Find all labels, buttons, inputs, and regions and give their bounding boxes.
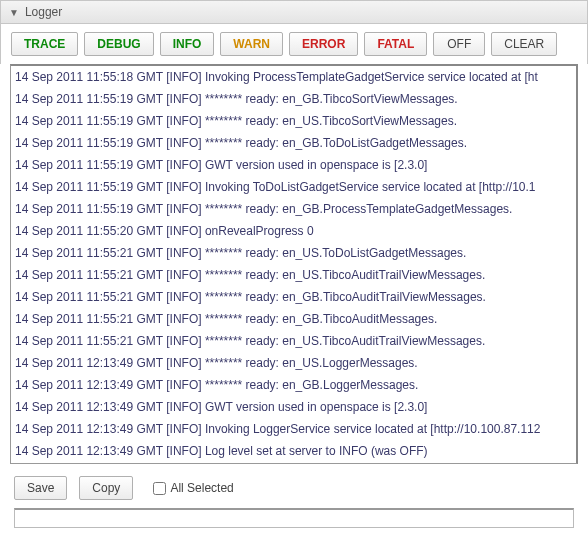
warn-button[interactable]: WARN bbox=[220, 32, 283, 56]
log-row[interactable]: 14 Sep 2011 11:55:19 GMT [INFO] ********… bbox=[11, 110, 576, 132]
log-row[interactable]: 14 Sep 2011 11:55:21 GMT [INFO] ********… bbox=[11, 330, 576, 352]
log-row[interactable]: 14 Sep 2011 12:13:49 GMT [INFO] ********… bbox=[11, 374, 576, 396]
log-row[interactable]: 14 Sep 2011 12:13:49 GMT [INFO] GWT vers… bbox=[11, 396, 576, 418]
log-row[interactable]: 14 Sep 2011 11:55:21 GMT [INFO] ********… bbox=[11, 264, 576, 286]
log-pane[interactable]: 14 Sep 2011 11:55:18 GMT [INFO] Invoking… bbox=[10, 64, 578, 464]
log-row[interactable]: 14 Sep 2011 11:55:19 GMT [INFO] GWT vers… bbox=[11, 154, 576, 176]
fatal-button[interactable]: FATAL bbox=[364, 32, 427, 56]
info-button[interactable]: INFO bbox=[160, 32, 215, 56]
log-row[interactable]: 14 Sep 2011 11:55:18 GMT [INFO] Invoking… bbox=[11, 66, 576, 88]
panel-header: ▼ Logger bbox=[0, 0, 588, 24]
bottom-input-area bbox=[14, 508, 574, 528]
log-row[interactable]: 14 Sep 2011 12:13:49 GMT [INFO] Invoking… bbox=[11, 418, 576, 440]
log-row[interactable]: 14 Sep 2011 12:13:49 GMT [INFO] Log leve… bbox=[11, 440, 576, 462]
error-button[interactable]: ERROR bbox=[289, 32, 358, 56]
all-selected-checkbox[interactable] bbox=[153, 482, 166, 495]
copy-button[interactable]: Copy bbox=[79, 476, 133, 500]
save-button[interactable]: Save bbox=[14, 476, 67, 500]
off-button[interactable]: OFF bbox=[433, 32, 485, 56]
clear-button[interactable]: CLEAR bbox=[491, 32, 557, 56]
log-row[interactable]: 14 Sep 2011 12:15:25 GMT [INFO] Setting … bbox=[11, 462, 576, 464]
log-row[interactable]: 14 Sep 2011 11:55:19 GMT [INFO] Invoking… bbox=[11, 176, 576, 198]
all-selected-wrap[interactable]: All Selected bbox=[153, 481, 233, 495]
log-row[interactable]: 14 Sep 2011 11:55:20 GMT [INFO] onReveal… bbox=[11, 220, 576, 242]
toolbar: TRACE DEBUG INFO WARN ERROR FATAL OFF CL… bbox=[0, 24, 588, 64]
bottom-input[interactable] bbox=[14, 508, 574, 528]
log-row[interactable]: 14 Sep 2011 11:55:19 GMT [INFO] ********… bbox=[11, 198, 576, 220]
all-selected-label: All Selected bbox=[170, 481, 233, 495]
log-row[interactable]: 14 Sep 2011 11:55:19 GMT [INFO] ********… bbox=[11, 132, 576, 154]
log-row[interactable]: 14 Sep 2011 11:55:21 GMT [INFO] ********… bbox=[11, 308, 576, 330]
log-row[interactable]: 14 Sep 2011 11:55:19 GMT [INFO] ********… bbox=[11, 88, 576, 110]
trace-button[interactable]: TRACE bbox=[11, 32, 78, 56]
debug-button[interactable]: DEBUG bbox=[84, 32, 153, 56]
log-row[interactable]: 14 Sep 2011 12:13:49 GMT [INFO] ********… bbox=[11, 352, 576, 374]
bottom-bar: Save Copy All Selected bbox=[0, 464, 588, 508]
log-row[interactable]: 14 Sep 2011 11:55:21 GMT [INFO] ********… bbox=[11, 286, 576, 308]
log-row[interactable]: 14 Sep 2011 11:55:21 GMT [INFO] ********… bbox=[11, 242, 576, 264]
panel-title: Logger bbox=[25, 5, 62, 19]
collapse-icon[interactable]: ▼ bbox=[9, 7, 19, 18]
